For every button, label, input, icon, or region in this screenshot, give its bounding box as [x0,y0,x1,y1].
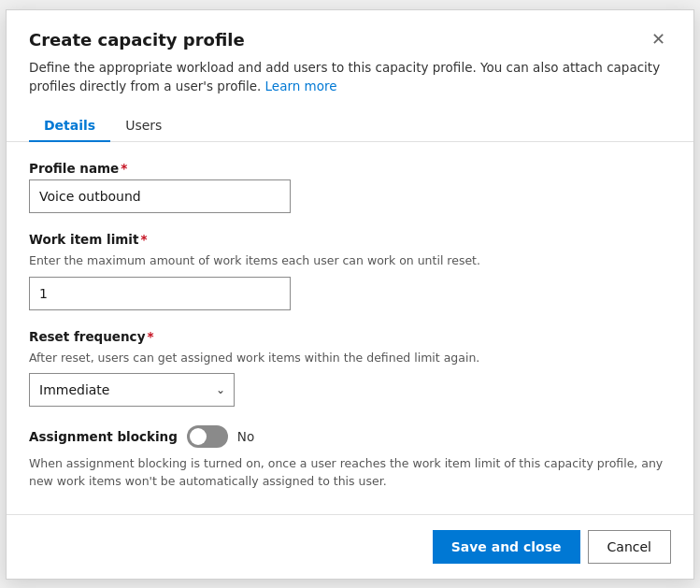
required-star-profile: * [121,161,127,176]
work-item-limit-label: Work item limit* [29,232,671,247]
toggle-row: Assignment blocking No [29,425,671,448]
work-item-limit-input[interactable] [29,277,291,310]
create-capacity-profile-dialog: Create capacity profile ✕ Define the app… [6,9,694,580]
required-star-reset: * [147,329,153,344]
reset-frequency-label: Reset frequency* [29,329,671,344]
learn-more-link[interactable]: Learn more [265,79,337,93]
reset-frequency-description: After reset, users can get assigned work… [29,350,671,366]
toggle-status-text: No [237,429,254,444]
required-star-work-item: * [140,232,147,247]
save-and-close-button[interactable]: Save and close [433,530,580,564]
reset-frequency-select-wrapper: Immediate Every 30 minutes Every hour Ev… [29,373,235,407]
dialog-content: Profile name* Work item limit* Enter the… [7,142,693,513]
assignment-blocking-description: When assignment blocking is turned on, o… [29,455,671,491]
reset-frequency-select[interactable]: Immediate Every 30 minutes Every hour Ev… [29,373,235,407]
tabs-container: Details Users [7,95,693,142]
dialog-header: Create capacity profile ✕ [7,10,693,50]
assignment-blocking-label: Assignment blocking [29,429,178,444]
work-item-limit-description: Enter the maximum amount of work items e… [29,252,671,269]
close-button[interactable]: ✕ [646,29,671,50]
toggle-slider [187,425,228,448]
dialog-footer: Save and close Cancel [7,514,693,579]
close-icon: ✕ [651,31,665,48]
tab-details[interactable]: Details [29,110,110,142]
dialog-title: Create capacity profile [29,29,245,50]
dialog-overlay: Create capacity profile ✕ Define the app… [0,0,700,588]
profile-name-field: Profile name* [29,161,671,213]
assignment-blocking-field: Assignment blocking No When assignment b… [29,425,671,491]
dialog-description: Define the appropriate workload and add … [7,50,693,96]
work-item-limit-field: Work item limit* Enter the maximum amoun… [29,232,671,310]
profile-name-label: Profile name* [29,161,671,176]
reset-frequency-field: Reset frequency* After reset, users can … [29,329,671,408]
assignment-blocking-toggle[interactable] [187,425,228,448]
profile-name-input[interactable] [29,179,291,213]
tab-users[interactable]: Users [110,110,177,142]
cancel-button[interactable]: Cancel [588,530,671,564]
